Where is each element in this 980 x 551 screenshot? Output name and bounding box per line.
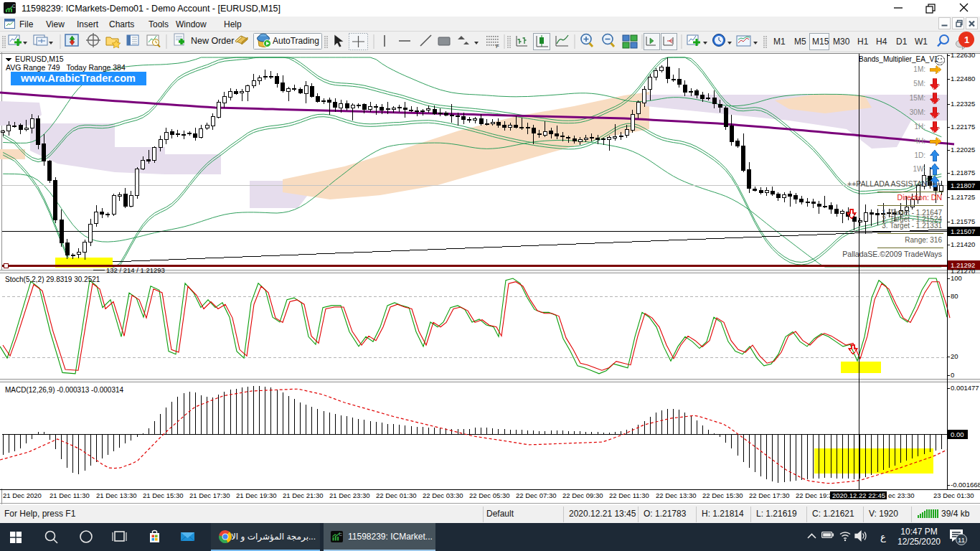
- svg-text:0.00: 0.00: [951, 430, 964, 438]
- svg-text:80: 80: [951, 292, 958, 300]
- svg-text:Direction: DN: Direction: DN: [897, 193, 942, 202]
- svg-text:23 Dec 01:30: 23 Dec 01:30: [933, 491, 974, 499]
- svg-text:1D:: 1D:: [914, 151, 925, 159]
- svg-text:++PALLADA ASSISTANT++: ++PALLADA ASSISTANT++: [847, 179, 941, 188]
- svg-text:22 Dec 05:30: 22 Dec 05:30: [469, 491, 510, 499]
- svg-text:1.21725: 1.21725: [951, 193, 975, 201]
- svg-text:M5: M5: [794, 37, 806, 47]
- svg-text:C: C: [339, 532, 343, 537]
- svg-text:W1: W1: [915, 37, 928, 47]
- svg-text:1.22025: 1.22025: [951, 146, 975, 154]
- svg-text:ec 23:30: ec 23:30: [888, 491, 914, 499]
- svg-text:New Order: New Order: [191, 36, 234, 46]
- svg-text:2020.12.22 22:45: 2020.12.22 22:45: [832, 491, 885, 499]
- svg-text:21 Dec 15:30: 21 Dec 15:30: [143, 491, 184, 499]
- svg-text:1H:: 1H:: [914, 123, 925, 131]
- svg-text:1.21420: 1.21420: [951, 240, 975, 248]
- svg-text:1.22480: 1.22480: [951, 75, 975, 83]
- svg-text:EURUSD,M15: EURUSD,M15: [15, 55, 64, 63]
- svg-text:M30: M30: [833, 37, 850, 47]
- svg-text:H1: H1: [857, 37, 869, 47]
- svg-text:PalladaSE.©2009 TradeWays: PalladaSE.©2009 TradeWays: [842, 250, 942, 258]
- svg-text:www.ArabicTrader.com: www.ArabicTrader.com: [20, 72, 136, 84]
- svg-text:22 Dec 15:30: 22 Dec 15:30: [702, 491, 743, 499]
- svg-text:F: F: [496, 43, 499, 50]
- svg-text:22 Dec 13:30: 22 Dec 13:30: [656, 491, 697, 499]
- svg-text:15M:: 15M:: [910, 94, 925, 102]
- svg-text:132 / 214 / 1.21293: 132 / 214 / 1.21293: [106, 266, 165, 274]
- svg-text:21 Dec 17:30: 21 Dec 17:30: [189, 491, 230, 499]
- svg-text:Range: 316: Range: 316: [905, 236, 942, 244]
- svg-text:1.21875: 1.21875: [951, 169, 975, 176]
- svg-text:C: C: [12, 4, 16, 9]
- svg-text:21 Dec 11:30: 21 Dec 11:30: [50, 491, 90, 499]
- svg-text:22 Dec 11:30: 22 Dec 11:30: [609, 491, 649, 499]
- svg-text:1.21507: 1.21507: [951, 227, 975, 235]
- svg-text:1: 1: [964, 34, 969, 45]
- svg-text:برمجة المؤشرات و الا...: برمجة المؤشرات و الا...: [231, 532, 316, 542]
- svg-text:1.21575: 1.21575: [951, 217, 975, 225]
- svg-text:D1: D1: [896, 37, 908, 47]
- svg-text:30M:: 30M:: [910, 108, 925, 116]
- svg-text:ع: ع: [880, 532, 886, 543]
- svg-text:21 Dec 23:30: 21 Dec 23:30: [329, 491, 370, 499]
- svg-text:Stoch(5,2,2) 29.8319 30.2521: Stoch(5,2,2) 29.8319 30.2521: [5, 276, 100, 283]
- svg-text:21 Dec 19:30: 21 Dec 19:30: [236, 491, 277, 499]
- svg-text:M15: M15: [812, 37, 829, 47]
- svg-text:22 Dec 17:30: 22 Dec 17:30: [749, 491, 790, 499]
- svg-text:12/25/2020: 12/25/2020: [897, 537, 941, 547]
- svg-text:0: 0: [951, 371, 954, 379]
- svg-text:11598239: ICMarket...: 11598239: ICMarket...: [348, 532, 433, 542]
- svg-text:1.22325: 1.22325: [951, 100, 975, 108]
- svg-text:22 Dec 07:30: 22 Dec 07:30: [516, 491, 557, 499]
- svg-text:-0.001668: -0.001668: [951, 481, 980, 489]
- svg-text:10:47 PM: 10:47 PM: [900, 527, 937, 537]
- svg-text:AutoTrading: AutoTrading: [273, 36, 319, 46]
- svg-text:H4: H4: [876, 37, 887, 47]
- svg-text:MACD(12,26,9) -0.000313 -0.000: MACD(12,26,9) -0.000313 -0.000314: [5, 386, 124, 394]
- svg-text:22 Dec 01:30: 22 Dec 01:30: [376, 491, 417, 499]
- svg-text:22 Dec 09:30: 22 Dec 09:30: [562, 491, 603, 499]
- svg-text:11: 11: [958, 536, 965, 544]
- svg-text:21 Dec 2020: 21 Dec 2020: [3, 491, 42, 499]
- svg-text:1W:: 1W:: [913, 165, 925, 173]
- svg-text:3. Target - 1.21331: 3. Target - 1.21331: [882, 222, 942, 230]
- svg-text:1M:: 1M:: [913, 65, 925, 73]
- svg-text:100: 100: [951, 274, 962, 282]
- svg-text:1.21807: 1.21807: [951, 182, 975, 189]
- svg-text:Bands_Multiplier_EA_V1: Bands_Multiplier_EA_V1: [859, 55, 938, 63]
- svg-text:21 Dec 21:30: 21 Dec 21:30: [283, 491, 324, 499]
- svg-text:5M:: 5M:: [913, 80, 925, 88]
- svg-text:4H:: 4H:: [914, 137, 925, 145]
- svg-text:1.22630: 1.22630: [951, 52, 975, 59]
- svg-text:20: 20: [951, 352, 958, 360]
- svg-text:0.001477: 0.001477: [951, 384, 979, 392]
- svg-text:22 Dec 03:30: 22 Dec 03:30: [423, 491, 463, 499]
- svg-text:1.22175: 1.22175: [951, 123, 975, 131]
- svg-text:M1: M1: [773, 37, 786, 47]
- svg-text:AVG Range 749 Today Range 38: AVG Range 749 Today Range 384: [6, 63, 126, 72]
- svg-text:21 Dec 13:30: 21 Dec 13:30: [96, 491, 137, 499]
